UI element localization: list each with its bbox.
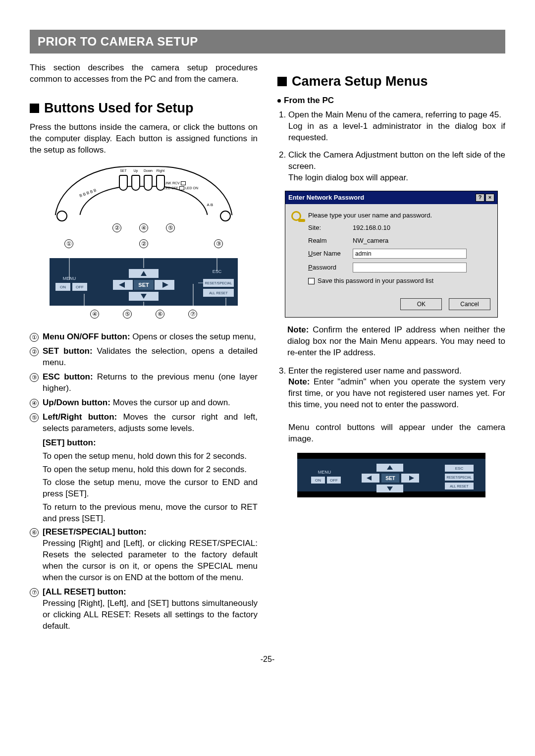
svg-text:ESC: ESC xyxy=(455,466,464,471)
help-icon[interactable]: ? xyxy=(476,194,484,202)
login-dialog: Enter Network Password ? × Please type y… xyxy=(285,191,498,318)
svg-text:OFF: OFF xyxy=(76,285,84,289)
svg-text:ALL RESET: ALL RESET xyxy=(209,291,228,295)
square-bullet-icon xyxy=(277,77,287,86)
svg-text:ON: ON xyxy=(60,285,66,289)
site-label: Site: xyxy=(308,223,353,232)
left-column: This section describes the camera setup … xyxy=(30,62,258,635)
key-icon xyxy=(291,211,308,289)
svg-text:OFF: OFF xyxy=(330,478,338,483)
username-input[interactable] xyxy=(353,249,467,259)
button-description-list: ①Menu ON/OFF button: Opens or closes the… xyxy=(30,331,258,632)
svg-text:MENU: MENU xyxy=(318,470,331,475)
svg-text:SET: SET xyxy=(138,282,149,288)
save-password-checkbox-row[interactable]: Save this password in your password list xyxy=(308,276,490,285)
dialog-prompt: Please type your user name and password. xyxy=(308,211,490,220)
svg-text:RESET/SPECIAL: RESET/SPECIAL xyxy=(447,476,472,479)
buttons-heading-text: Buttons Used for Setup xyxy=(44,99,194,117)
dialog-titlebar: Enter Network Password ? × xyxy=(285,191,497,204)
close-icon[interactable]: × xyxy=(485,194,494,202)
svg-text:ESC: ESC xyxy=(213,269,222,274)
pc-steps-cont: Enter the registered user name and passw… xyxy=(277,366,505,445)
checkbox-icon[interactable] xyxy=(308,278,315,284)
from-pc-heading: From the PC xyxy=(277,95,505,107)
buttons-intro: Press the buttons inside the camera, or … xyxy=(30,122,258,156)
svg-text:ON: ON xyxy=(315,478,321,483)
dialog-title: Enter Network Password xyxy=(288,193,475,202)
page-header: PRIOR TO CAMERA SETUP xyxy=(30,30,505,54)
realm-value: NW_camera xyxy=(353,236,490,245)
cancel-button[interactable]: Cancel xyxy=(449,298,490,310)
username-label: User Name xyxy=(308,249,353,258)
site-value: 192.168.0.10 xyxy=(353,223,490,232)
buttons-heading: Buttons Used for Setup xyxy=(30,99,258,117)
camera-diagram: SET Up Down Right B B B B B LINK RCV LED… xyxy=(50,166,238,319)
menus-heading: Camera Setup Menus xyxy=(277,72,505,90)
svg-text:ALL RESET: ALL RESET xyxy=(450,485,469,488)
menus-heading-text: Camera Setup Menus xyxy=(292,72,428,90)
realm-label: Realm xyxy=(308,236,353,245)
control-panel-diagram: MENU ON OFF SET xyxy=(50,258,238,306)
svg-text:RESET/SPECIAL: RESET/SPECIAL xyxy=(205,281,232,285)
ok-button[interactable]: OK xyxy=(400,298,442,310)
password-input[interactable] xyxy=(353,263,467,272)
page-number: -25- xyxy=(30,655,505,664)
svg-text:SET: SET xyxy=(385,476,395,481)
menu-control-panel: MENU ON OFF SET ESC RESET/SPECIAL ALL RE… xyxy=(297,453,485,501)
svg-rect-30 xyxy=(297,453,485,459)
intro-text: This section describes the camera setup … xyxy=(30,62,258,85)
square-bullet-icon xyxy=(30,104,39,113)
right-column: Camera Setup Menus From the PC Open the … xyxy=(277,62,505,635)
svg-text:MENU: MENU xyxy=(63,276,76,281)
password-label: Password xyxy=(308,263,353,272)
note-ip: Note: Confirm the entered IP address whe… xyxy=(287,324,505,359)
pc-steps: Open the Main Menu of the camera, referr… xyxy=(277,109,505,184)
